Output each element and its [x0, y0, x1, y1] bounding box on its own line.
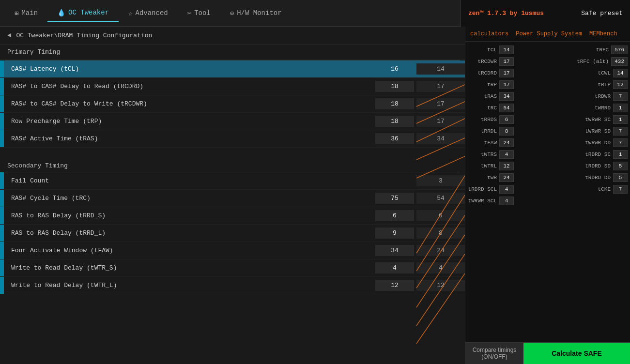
twrwr-sc-value[interactable]: 1	[613, 115, 628, 124]
star-icon: ☆	[128, 9, 132, 17]
primary-section-header: Primary Timing	[0, 45, 465, 60]
trc-value[interactable]: 54	[499, 104, 514, 112]
trdrd-scl-value[interactable]: 4	[499, 185, 514, 194]
row-indicator	[0, 259, 4, 276]
tcwl-value[interactable]: 14	[613, 69, 628, 77]
timing-row[interactable]: Row Precharge Time (tRP) 18 17	[0, 113, 465, 130]
timing-row[interactable]: RAS# to CAS# Delay to Write (tRCDWR) 18 …	[0, 95, 465, 113]
trdwr-value[interactable]: 7	[613, 92, 628, 101]
trrds-value[interactable]: 6	[499, 115, 514, 124]
row-indicator	[0, 130, 4, 147]
row-value[interactable]: 12	[375, 280, 414, 291]
timing-row-trrd-l[interactable]: RAS to RAS Delay (tRRD_L) 9 8	[0, 225, 465, 242]
row-label: CAS# Latency (tCL)	[4, 65, 375, 73]
timing-row[interactable]: CAS# Latency (tCL) 16 14	[0, 61, 465, 78]
trdrd-sc-value[interactable]: 1	[613, 150, 628, 159]
row-value[interactable]: 9	[375, 228, 414, 239]
trfc-label: tRFC	[580, 47, 609, 53]
twr-label: tWR	[468, 175, 497, 181]
timing-row-trrd-s[interactable]: RAS to RAS Delay (tRRD_S) 6 6	[0, 207, 465, 225]
timing-cell-trdrd-scl: tRDRD SCL 4	[468, 185, 514, 194]
trcdrd-label: tRCDRD	[468, 70, 497, 76]
trfc-value[interactable]: 576	[611, 46, 628, 54]
compare-button[interactable]: Compare timings (ON/OFF)	[465, 343, 523, 364]
timing-cell-trp: tRP 17	[468, 80, 514, 89]
row-value[interactable]: 18	[375, 116, 414, 127]
twrwr-dd-value[interactable]: 7	[613, 138, 628, 147]
timing-cell-twrrd: tWRRD 1	[582, 104, 628, 112]
twtrs-label: tWTRS	[468, 152, 497, 157]
row-value[interactable]: 36	[375, 133, 414, 144]
secondary-section-header: Secondary Timing	[0, 157, 465, 172]
row-indicator	[0, 242, 4, 259]
tcke-value[interactable]: 7	[613, 185, 628, 194]
nav-item-advanced[interactable]: ☆ Advanced	[119, 5, 178, 21]
trdrd-sc-label: tRDRD SC	[582, 152, 611, 157]
breadcrumb: ◄ OC Tweaker\DRAM Timing Configuration	[0, 27, 465, 45]
timing-row-tfaw[interactable]: Four Activate Window (tFAW) 34 24	[0, 242, 465, 259]
timing-row[interactable]: RAS# to CAS# Delay to Read (tRCDRD) 18 1…	[0, 78, 465, 95]
twtrs-value[interactable]: 4	[499, 150, 514, 159]
trdrd-sd-value[interactable]: 5	[613, 162, 628, 170]
timing-cell-trdrd-sc: tRDRD SC 1	[582, 150, 628, 159]
twrwr-sd-label: tWRWR SD	[582, 128, 611, 134]
back-arrow[interactable]: ◄	[7, 31, 11, 39]
membench-link[interactable]: MEMbench	[589, 30, 617, 37]
trcdrd-value[interactable]: 17	[499, 69, 514, 77]
nav-item-tool[interactable]: ✂ Tool	[178, 5, 220, 21]
timing-row-twtrl[interactable]: Write to Read Delay (tWTR_L) 12 12	[0, 277, 465, 294]
droplet-icon: 💧	[57, 9, 65, 17]
trtp-value[interactable]: 12	[613, 80, 628, 89]
spacer	[0, 148, 465, 157]
tfaw-label: tFAW	[468, 140, 497, 146]
row-label: Four Activate Window (tFAW)	[4, 247, 375, 254]
timing-cell-tcl: tCL 14	[468, 46, 514, 54]
row-value[interactable]: 16	[375, 63, 414, 75]
timing-row-trc[interactable]: RAS# Cycle Time (tRC) 75 54	[0, 190, 465, 207]
trdwr-label: tRDWR	[582, 93, 611, 99]
row-value[interactable]: 18	[375, 98, 414, 109]
twrrd-value[interactable]: 1	[613, 104, 628, 112]
trfc-alt-value[interactable]: 432	[611, 57, 628, 66]
twrwr-sd-value[interactable]: 7	[613, 127, 628, 136]
tfaw-value[interactable]: 24	[499, 138, 514, 147]
tcl-value[interactable]: 14	[499, 46, 514, 54]
calculators-link[interactable]: calculators	[470, 30, 508, 37]
grid-icon: ⊞	[15, 9, 18, 17]
timing-grid-row: tRDRD SCL 4 tCKE 7	[468, 185, 628, 194]
row-value[interactable]: 6	[375, 210, 414, 221]
twr-value[interactable]: 24	[499, 173, 514, 182]
row-value[interactable]: 75	[375, 193, 414, 204]
trp-value[interactable]: 17	[499, 80, 514, 89]
trrdl-value[interactable]: 8	[499, 127, 514, 136]
nav-item-main[interactable]: ⊞ Main	[5, 5, 47, 21]
nav-item-oc-tweaker[interactable]: 💧 OC Tweaker	[47, 5, 119, 22]
timing-row-fail-count[interactable]: Fail Count 3	[0, 172, 465, 190]
timing-cell-trfc-alt: tRFC (alt) 432	[577, 57, 628, 66]
trdrd-dd-value[interactable]: 5	[613, 173, 628, 182]
row-value[interactable]: 18	[375, 81, 414, 92]
timing-cell-twr: tWR 24	[468, 173, 514, 182]
twtrl-value[interactable]: 12	[499, 162, 514, 170]
trcdwr-value[interactable]: 17	[499, 57, 514, 66]
timing-cell-trfc: tRFC 576	[580, 46, 628, 54]
timing-row[interactable]: RAS# Active Time (tRAS) 36 34	[0, 130, 465, 148]
row-indicator	[0, 207, 4, 224]
row-value[interactable]: 34	[375, 245, 414, 256]
row-indicator	[0, 78, 4, 95]
timing-row-twtrs[interactable]: Write to Read Delay (tWTR_S) 4 4	[0, 259, 465, 277]
timing-grid-row: tWRWR SCL 4	[468, 197, 628, 205]
twrwr-dd-label: tWRWR DD	[582, 140, 611, 146]
power-supply-link[interactable]: Power Supply System	[516, 30, 582, 37]
row-calc: 4	[416, 262, 465, 273]
twrrd-label: tWRRD	[582, 105, 611, 111]
tras-value[interactable]: 34	[499, 92, 514, 101]
row-value[interactable]: 4	[375, 262, 414, 273]
row-calc: 12	[416, 280, 465, 291]
calculate-button[interactable]: Calculate SAFE	[523, 343, 630, 364]
nav-item-hw-monitor[interactable]: ⊙ H/W Monitor	[220, 5, 292, 21]
row-indicator	[0, 172, 4, 189]
twrwr-scl-value[interactable]: 4	[499, 197, 514, 205]
timing-cell-twtrl: tWTRL 12	[468, 162, 514, 170]
timing-grid-row: tRRDL 8 tWRWR SD 7	[468, 127, 628, 136]
